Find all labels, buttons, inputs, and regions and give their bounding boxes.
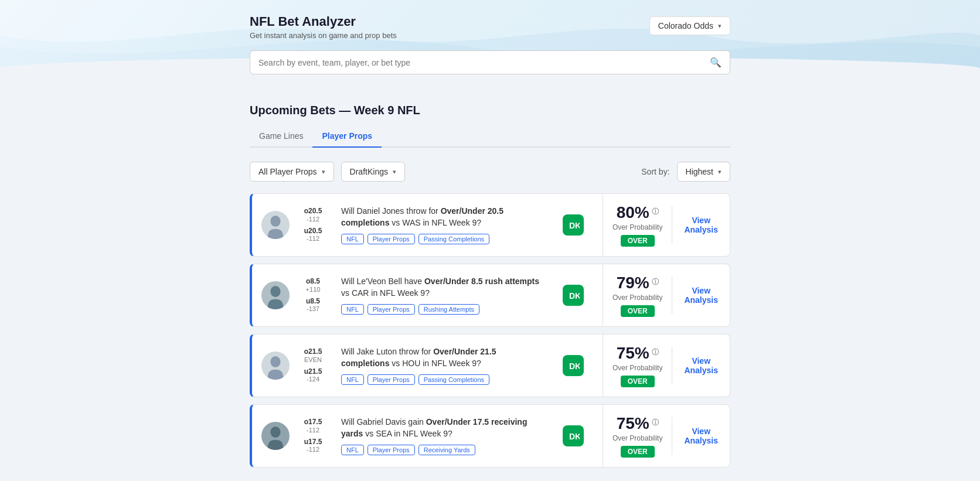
question-prefix: Will Daniel Jones throw for <box>341 206 441 216</box>
bet-tags: NFL Player Props Passing Completions <box>341 374 542 385</box>
app-header: NFL Bet Analyzer Get instant analysis on… <box>250 14 397 40</box>
svg-text:DK: DK <box>569 291 580 301</box>
svg-point-0 <box>270 216 280 227</box>
svg-text:DK: DK <box>569 361 580 371</box>
search-input[interactable] <box>258 58 710 67</box>
direction-badge: OVER <box>621 446 655 458</box>
bet-tags: NFL Player Props Passing Completions <box>341 234 542 244</box>
odds-over: o20.5 -112 <box>304 207 322 223</box>
tag-player-props[interactable]: Player Props <box>368 304 415 315</box>
avatar <box>261 281 290 309</box>
prop-type-label: All Player Props <box>258 167 317 176</box>
svg-text:DK: DK <box>569 221 580 230</box>
bet-card-left: o20.5 -112 u20.5 -112 Will Daniel Jones … <box>252 196 603 253</box>
tag-stat-type[interactable]: Receiving Yards <box>418 445 475 455</box>
avatar <box>261 211 290 239</box>
tag-stat-type[interactable]: Passing Completions <box>418 374 489 385</box>
odds-under: u8.5 -137 <box>306 297 320 313</box>
odds-over-value: -112 <box>307 216 319 223</box>
sort-dropdown[interactable]: Highest ▾ <box>677 162 730 182</box>
probability-section: 79% ⓘ Over Probability OVER <box>603 264 672 326</box>
odds-over: o8.5 +110 <box>306 277 321 294</box>
bet-card: o20.5 -112 u20.5 -112 Will Daniel Jones … <box>250 193 730 257</box>
bet-card-right: 75% ⓘ Over Probability OVER View Analysi… <box>603 405 730 467</box>
section-title: Upcoming Bets — Week 9 NFL <box>250 104 730 117</box>
tag-stat-type[interactable]: Passing Completions <box>418 234 489 244</box>
direction-badge: OVER <box>621 235 655 247</box>
tag-player-props[interactable]: Player Props <box>368 445 415 455</box>
probability-section: 80% ⓘ Over Probability OVER <box>603 194 672 256</box>
tag-player-props[interactable]: Player Props <box>368 234 415 244</box>
prop-type-filter[interactable]: All Player Props ▾ <box>250 162 334 182</box>
svg-point-9 <box>270 427 280 438</box>
bet-card: o8.5 +110 u8.5 -137 Will Le'Veon Bell ha… <box>250 264 730 327</box>
direction-badge: OVER <box>621 376 655 387</box>
prob-number: 79% <box>617 274 649 292</box>
info-icon: ⓘ <box>652 418 659 428</box>
odds-selector[interactable]: Colorado Odds ▾ <box>649 16 730 35</box>
info-icon: ⓘ <box>652 207 659 217</box>
tag-nfl[interactable]: NFL <box>341 234 364 244</box>
question-suffix: vs CAR in NFL Week 9? <box>341 288 430 298</box>
tag-player-props[interactable]: Player Props <box>368 374 415 385</box>
info-icon: ⓘ <box>652 347 659 357</box>
odds-under-value: -137 <box>307 305 319 313</box>
question-bold: Over/Under 8.5 rush attempts <box>424 277 539 286</box>
tag-nfl[interactable]: NFL <box>341 445 364 455</box>
prob-number: 75% <box>617 344 649 363</box>
odds-over-label: o21.5 <box>304 347 322 356</box>
bet-info: Will Jake Luton throw for Over/Under 21.… <box>336 346 546 384</box>
question-suffix: vs WAS in NFL Week 9? <box>389 218 481 227</box>
probability-value: 79% ⓘ <box>617 274 659 292</box>
view-analysis-button[interactable]: View Analysis <box>672 417 730 455</box>
tab-game-lines[interactable]: Game Lines <box>250 127 312 148</box>
prob-number: 80% <box>617 203 649 222</box>
probability-label: Over Probability <box>612 294 662 302</box>
bet-card: o21.5 EVEN u21.5 -124 Will Jake Luton th… <box>250 334 730 397</box>
view-analysis-button[interactable]: View Analysis <box>672 347 730 384</box>
odds-under: u21.5 -124 <box>304 367 322 384</box>
odds-over-label: o17.5 <box>304 418 322 426</box>
bet-card-left: o8.5 +110 u8.5 -137 Will Le'Veon Bell ha… <box>252 267 603 323</box>
draftkings-icon: DK <box>563 285 584 306</box>
tag-stat-type[interactable]: Rushing Attempts <box>418 304 479 315</box>
bet-info: Will Gabriel Davis gain Over/Under 17.5 … <box>336 417 546 455</box>
odds-under-value: -112 <box>307 235 319 243</box>
bet-card-right: 80% ⓘ Over Probability OVER View Analysi… <box>603 194 730 256</box>
app-title: NFL Bet Analyzer <box>250 14 397 29</box>
sportsbook-filter[interactable]: DraftKings ▾ <box>341 162 405 182</box>
app-subtitle: Get instant analysis on game and prop be… <box>250 31 397 40</box>
avatar <box>261 352 290 380</box>
chevron-down-icon: ▾ <box>718 22 722 30</box>
odds-over-value: -112 <box>307 427 319 434</box>
probability-label: Over Probability <box>612 364 662 372</box>
search-button[interactable]: 🔍 <box>710 57 722 68</box>
probability-value: 75% ⓘ <box>617 344 659 363</box>
bet-question: Will Gabriel Davis gain Over/Under 17.5 … <box>341 417 542 439</box>
direction-badge: OVER <box>621 305 655 317</box>
view-analysis-button[interactable]: View Analysis <box>672 277 730 314</box>
svg-point-3 <box>270 286 280 297</box>
probability-label: Over Probability <box>612 223 662 231</box>
bet-card-left: o17.5 -112 u17.5 -112 Will Gabriel Davis… <box>252 407 603 464</box>
bet-tags: NFL Player Props Receiving Yards <box>341 445 542 455</box>
tag-nfl[interactable]: NFL <box>341 304 364 315</box>
view-analysis-button[interactable]: View Analysis <box>672 206 730 244</box>
bet-card: o17.5 -112 u17.5 -112 Will Gabriel Davis… <box>250 404 730 468</box>
odds-under-value: -124 <box>307 376 319 383</box>
filters-row: All Player Props ▾ DraftKings ▾ Sort by:… <box>250 162 730 182</box>
tabs-bar: Game Lines Player Props <box>250 127 730 148</box>
question-suffix: vs SEA in NFL Week 9? <box>363 429 452 438</box>
tab-player-props[interactable]: Player Props <box>312 127 382 148</box>
tag-nfl[interactable]: NFL <box>341 374 364 385</box>
question-suffix: vs HOU in NFL Week 9? <box>389 359 481 368</box>
bet-info: Will Daniel Jones throw for Over/Under 2… <box>336 206 546 244</box>
bet-card-right: 79% ⓘ Over Probability OVER View Analysi… <box>603 264 730 326</box>
probability-label: Over Probability <box>612 434 662 442</box>
chevron-down-icon: ▾ <box>718 168 722 176</box>
odds-under-label: u21.5 <box>304 367 322 376</box>
chevron-down-icon: ▾ <box>322 168 325 176</box>
odds-column: o21.5 EVEN u21.5 -124 <box>297 347 329 383</box>
probability-value: 75% ⓘ <box>617 414 659 433</box>
main-content: Upcoming Bets — Week 9 NFL Game Lines Pl… <box>226 104 754 481</box>
